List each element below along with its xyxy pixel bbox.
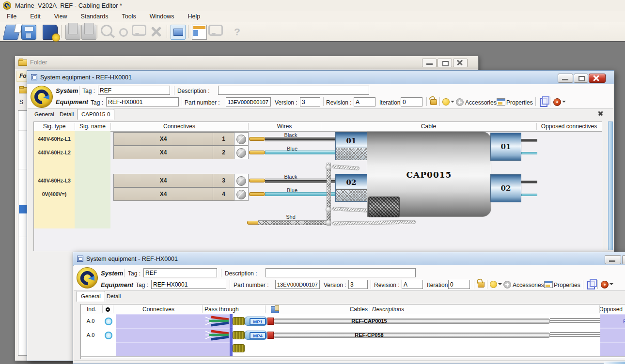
upper-minimize-button[interactable] (558, 74, 573, 83)
cable-row-1[interactable]: A.0 MP1 REF-CAP0015 (81, 314, 625, 329)
side-panel-splitter[interactable] (608, 121, 613, 250)
settings-gear-icon[interactable] (601, 281, 609, 288)
iteration-input[interactable] (401, 97, 422, 106)
connective-row1[interactable]: X4 (113, 132, 213, 146)
wire-blue-1[interactable] (265, 151, 337, 154)
wire-black-1[interactable] (265, 137, 337, 141)
properties-button[interactable]: Properties (506, 99, 533, 106)
record-icon[interactable] (119, 28, 128, 37)
col-ind[interactable]: Ind. (81, 304, 102, 314)
folder-view-icon[interactable] (171, 25, 186, 40)
gear-dropdown-caret[interactable] (562, 101, 566, 103)
app-titlebar[interactable]: Marine_V202A_REF - Cabling Editor * (0, 0, 625, 11)
lock-icon[interactable] (430, 99, 437, 105)
folder-minimize-button[interactable] (422, 59, 437, 67)
connector-mp[interactable]: MP4 (245, 331, 267, 340)
sig-type-row2[interactable]: 440V-60Hz-L2 (34, 150, 75, 155)
equipment-tag-input[interactable] (106, 97, 179, 106)
description-input[interactable] (218, 86, 369, 95)
col-cable[interactable]: Cable (321, 122, 536, 131)
menu-tools[interactable]: Tools (115, 11, 143, 22)
accessories-button[interactable]: Accessories (513, 282, 544, 288)
upper-window-titlebar[interactable]: System equipment - REF-HX0001 (27, 71, 614, 84)
terminal-row1[interactable] (234, 132, 249, 146)
properties-button[interactable]: Properties (554, 282, 580, 288)
copy-icon[interactable] (65, 25, 80, 40)
pin-row1[interactable]: 1 (213, 132, 234, 146)
menu-help[interactable]: Help (181, 11, 207, 22)
col-connectives[interactable]: Connectives (110, 122, 248, 131)
part-number-input[interactable] (226, 97, 271, 106)
add-accessory-icon[interactable] (456, 98, 464, 106)
status-circle-icon[interactable] (442, 98, 450, 106)
terminal-row2[interactable] (234, 146, 249, 159)
import-standards-icon[interactable] (43, 25, 58, 40)
state-dot-icon[interactable] (105, 332, 112, 339)
backshell-connector[interactable] (233, 331, 245, 339)
lower-minimize-button[interactable] (605, 255, 621, 264)
menu-standards[interactable]: Standards (74, 11, 115, 22)
system-tag-input[interactable] (143, 268, 217, 277)
opposed-value[interactable]: REF-CR0002 (600, 314, 625, 328)
tab-close-icon[interactable] (598, 111, 603, 116)
connective-row4[interactable]: X4 (113, 187, 213, 201)
state-dot-column-icon[interactable] (106, 307, 110, 312)
pin-row2[interactable]: 2 (213, 146, 234, 159)
gear-dropdown-caret[interactable] (609, 283, 613, 285)
find-icon[interactable] (132, 25, 146, 36)
description-input[interactable] (266, 268, 416, 277)
backshell-connector[interactable] (233, 317, 245, 325)
opposed-value[interactable] (600, 328, 625, 342)
delete-icon[interactable] (149, 25, 163, 39)
equipment-tag-input[interactable] (151, 280, 226, 289)
folder-close-button[interactable] (453, 59, 468, 67)
pin-row3[interactable]: 3 (213, 174, 234, 187)
iteration-input[interactable] (448, 280, 470, 289)
find-window-icon[interactable] (208, 25, 223, 36)
cable-row-2[interactable]: A.0 MP4 REF-CP058 (81, 328, 625, 343)
cable-group-02-left[interactable]: 02 (335, 174, 367, 202)
col-connectives[interactable]: Connectives (115, 304, 202, 314)
menu-file[interactable]: File (0, 11, 23, 22)
folder-maximize-button[interactable] (438, 59, 452, 67)
lower-window-titlebar[interactable]: System equipment - REF-HX0001 (73, 252, 625, 266)
shield-junction[interactable] (326, 220, 331, 226)
settings-gear-icon[interactable] (553, 98, 561, 106)
cable-group-01-right[interactable]: 01 (490, 133, 521, 161)
add-accessory-icon[interactable] (503, 281, 511, 288)
tab-detail[interactable]: Detail (56, 110, 78, 119)
col-cables[interactable]: Cables (289, 304, 368, 314)
accessories-button[interactable]: Accessories (465, 99, 497, 106)
cable-group-01-left[interactable]: 01 (335, 132, 367, 160)
shield-wire[interactable] (258, 220, 329, 225)
folder-window-titlebar[interactable]: Folder (15, 56, 478, 69)
tab-general[interactable]: General (31, 110, 58, 119)
sig-type-row4[interactable]: 0V(400V=) (34, 191, 75, 197)
col-sig-type[interactable]: Sig. type (34, 122, 75, 131)
sig-type-row1[interactable]: 440V-60Hz-L1 (34, 136, 75, 142)
connective-row2[interactable]: X4 (113, 146, 213, 159)
col-wires[interactable]: Wires (248, 122, 321, 131)
duplicate-icon[interactable] (587, 281, 595, 289)
paste-icon[interactable] (81, 25, 96, 40)
lower-maximize-button[interactable] (622, 255, 625, 264)
part-number-input[interactable] (275, 280, 320, 289)
connector-mp[interactable]: MP1 (245, 317, 267, 326)
status-circle-icon[interactable] (490, 281, 497, 288)
shield-junction[interactable] (326, 207, 331, 212)
tab-cap0015[interactable]: CAP0015-0 (77, 109, 114, 120)
zoom-in-icon[interactable] (101, 25, 112, 36)
connective-row3[interactable]: X4 (113, 174, 213, 187)
cable-column-icon[interactable] (271, 306, 279, 313)
status-dropdown-caret[interactable] (498, 283, 502, 285)
cable-row-3-partial[interactable] (81, 342, 625, 357)
help-icon[interactable]: ? (230, 25, 244, 39)
version-input[interactable] (348, 280, 368, 289)
cable-group-02-right[interactable]: 02 (490, 174, 521, 202)
menu-view[interactable]: View (47, 11, 74, 22)
pin-row4[interactable]: 4 (213, 187, 234, 201)
status-dropdown-caret[interactable] (451, 101, 454, 103)
col-opposed[interactable]: Opposed (565, 304, 623, 314)
version-input[interactable] (300, 97, 320, 106)
terminal-row3[interactable] (234, 174, 249, 187)
